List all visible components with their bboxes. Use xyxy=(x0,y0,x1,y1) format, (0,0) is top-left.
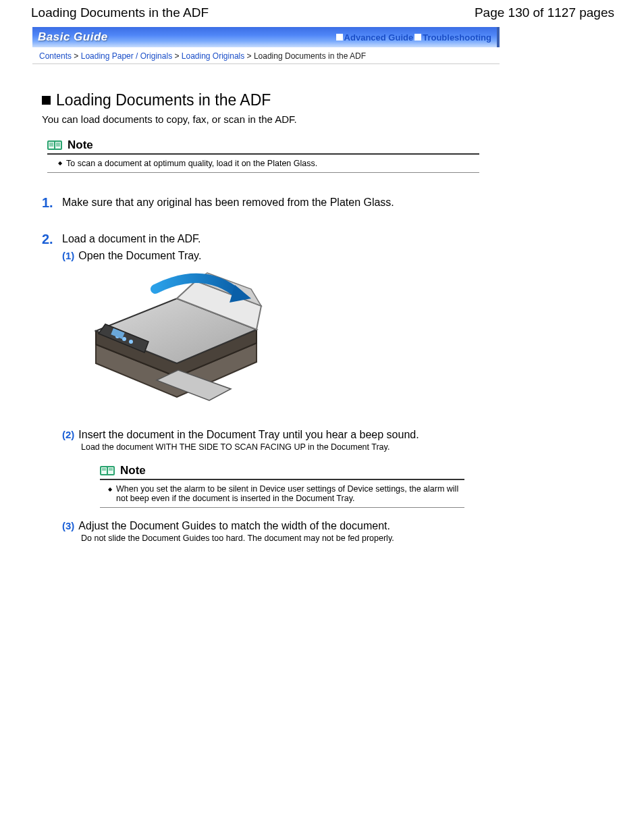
breadcrumb: Contents > Loading Paper / Originals > L… xyxy=(32,47,500,64)
bullet-square-icon xyxy=(42,96,51,105)
svg-point-10 xyxy=(122,337,126,341)
breadcrumb-contents[interactable]: Contents xyxy=(39,51,72,61)
svg-point-11 xyxy=(129,340,133,344)
substep-1: (1) Open the Document Tray. xyxy=(62,250,500,262)
intro-text: You can load documents to copy, fax, or … xyxy=(42,113,500,125)
note-book-icon xyxy=(47,140,62,151)
note-body-text: To scan a document at optimum quality, l… xyxy=(58,159,479,168)
breadcrumb-lvl2[interactable]: Loading Originals xyxy=(182,51,244,61)
breadcrumb-sep: > xyxy=(244,51,254,61)
guide-bar: Basic Guide Advanced Guide Troubleshooti… xyxy=(32,27,500,47)
step-number: 2. xyxy=(42,232,57,246)
note-title: Note xyxy=(68,138,93,152)
step-2: 2. Load a document in the ADF. xyxy=(42,232,500,246)
guide-title: Basic Guide xyxy=(38,30,108,44)
breadcrumb-current: Loading Documents in the ADF xyxy=(254,51,366,61)
substep-text: Adjust the Document Guides to match the … xyxy=(78,520,390,532)
guide-links: Advanced Guide Troubleshooting xyxy=(336,32,491,43)
note-body-text: ◆ When you set the alarm to be silent in… xyxy=(108,484,464,503)
note-block: Note ◆ When you set the alarm to be sile… xyxy=(100,464,464,508)
substep-2: (2) Insert the document in the Document … xyxy=(62,429,500,452)
note-block: Note To scan a document at optimum quali… xyxy=(47,138,479,173)
square-icon xyxy=(414,34,421,41)
substep-number: (1) xyxy=(62,250,74,262)
substep-detail: Do not slide the Document Guides too har… xyxy=(81,533,500,543)
note-title: Note xyxy=(120,464,146,477)
breadcrumb-lvl1[interactable]: Loading Paper / Originals xyxy=(81,51,172,61)
troubleshooting-link[interactable]: Troubleshooting xyxy=(414,32,491,43)
substep-detail: Load the document WITH THE SIDE TO SCAN … xyxy=(81,442,500,452)
advanced-guide-link-text[interactable]: Advanced Guide xyxy=(344,32,414,43)
note-book-icon xyxy=(100,465,115,476)
page-heading-text: Loading Documents in the ADF xyxy=(56,91,271,109)
doc-title: Loading Documents in the ADF xyxy=(31,5,209,20)
step-number: 1. xyxy=(42,196,57,209)
advanced-guide-link[interactable]: Advanced Guide xyxy=(336,32,414,43)
square-icon xyxy=(336,34,343,41)
substep-3: (3) Adjust the Document Guides to match … xyxy=(62,520,500,543)
troubleshooting-link-text[interactable]: Troubleshooting xyxy=(423,32,491,43)
substep-text: Open the Document Tray. xyxy=(78,250,201,262)
step-text: Load a document in the ADF. xyxy=(62,232,200,246)
step-1: 1. Make sure that any original has been … xyxy=(42,196,500,209)
page-heading: Loading Documents in the ADF xyxy=(42,91,500,109)
page-indicator: Page 130 of 1127 pages xyxy=(475,5,614,20)
breadcrumb-sep: > xyxy=(172,51,182,61)
substep-number: (3) xyxy=(62,520,74,532)
step-text: Make sure that any original has been rem… xyxy=(62,196,394,209)
breadcrumb-sep: > xyxy=(72,51,81,61)
printer-illustration xyxy=(82,269,500,419)
substep-number: (2) xyxy=(62,429,74,441)
substep-text: Insert the document in the Document Tray… xyxy=(78,429,419,441)
